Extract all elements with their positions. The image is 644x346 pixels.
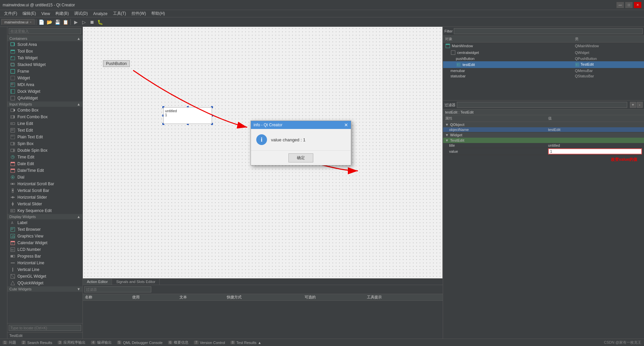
menu-item-view[interactable]: View bbox=[39, 11, 53, 17]
close-button[interactable]: ✕ bbox=[634, 2, 641, 8]
status-item-6[interactable]: 6 概要信息 bbox=[168, 340, 189, 345]
debug-button[interactable]: 🐛 bbox=[96, 18, 104, 26]
locate-input[interactable] bbox=[9, 325, 81, 331]
tab-action-editor[interactable]: Action Editor bbox=[83, 279, 112, 285]
prop-row-value[interactable]: value bbox=[443, 148, 644, 155]
widget-item-vertical-scrollbar[interactable]: Vertical Scroll Bar bbox=[7, 187, 83, 194]
calendar-widget-icon: 12 bbox=[10, 240, 15, 246]
widget-item-dock-widget[interactable]: Dock Widget bbox=[7, 88, 83, 95]
save-button[interactable]: 💾 bbox=[54, 18, 61, 26]
menu-item-t[interactable]: 工具(T) bbox=[110, 10, 129, 17]
test-edit-widget[interactable]: untitled 1 bbox=[163, 107, 212, 124]
widget-item-text-browser[interactable]: Text Browser bbox=[7, 226, 83, 233]
section-expand-icon-testedit: ▼ bbox=[445, 138, 449, 142]
save-all-button[interactable]: 📋 bbox=[62, 18, 69, 26]
menu-item-f[interactable]: 文件(F) bbox=[1, 10, 20, 17]
widget-item-vertical-slider[interactable]: Vertical Slider bbox=[7, 201, 83, 207]
bottom-filter-input[interactable] bbox=[84, 286, 151, 292]
svg-rect-26 bbox=[11, 135, 15, 139]
minimize-button[interactable]: — bbox=[616, 2, 624, 8]
menu-bar: 文件(F)编辑(E)View构建(B)调试(D)Analyze工具(T)控件(W… bbox=[0, 10, 644, 17]
widget-item-dial[interactable]: Dial bbox=[7, 174, 83, 181]
prop-row-objectname[interactable]: objectName testEdit bbox=[443, 127, 644, 132]
menu-item-b[interactable]: 构建(B) bbox=[53, 10, 71, 17]
dialog-confirm-button[interactable]: 确定 bbox=[288, 153, 313, 162]
widget-item-date-edit[interactable]: Date Edit bbox=[7, 160, 83, 167]
widget-item-horizontal-scrollbar[interactable]: Horizontal Scroll Bar bbox=[7, 181, 83, 187]
stop-button[interactable]: ⏹ bbox=[88, 18, 96, 26]
object-filter-input[interactable] bbox=[454, 28, 643, 34]
open-button[interactable]: 📂 bbox=[46, 18, 53, 26]
prop-value-input[interactable] bbox=[548, 148, 642, 154]
widget-item-qaxwidget[interactable]: QAxWidget bbox=[7, 95, 83, 101]
widget-item-text-edit[interactable]: Text Edit bbox=[7, 127, 83, 134]
widget-item-frame[interactable]: Frame bbox=[7, 68, 83, 75]
widget-item-line-edit[interactable]: Line Edit bbox=[7, 120, 83, 127]
widget-item-mdi-area[interactable]: MDI Area bbox=[7, 81, 83, 88]
widget-item-qquickwidget[interactable]: QQuickWidget bbox=[7, 280, 83, 286]
prop-section-testedit[interactable]: ▼ TestEdit bbox=[443, 138, 644, 143]
widget-item-tool-box[interactable]: Tool Box bbox=[7, 48, 83, 55]
widget-item-widget[interactable]: Widget bbox=[7, 75, 83, 81]
widget-item-calendar-widget[interactable]: 12 Calendar Widget bbox=[7, 239, 83, 246]
build-button[interactable]: ▶ bbox=[72, 18, 79, 26]
obj-row-mainwindow[interactable]: MainWindow QMainWindow bbox=[443, 43, 644, 49]
status-item-2[interactable]: 2 Search Results bbox=[21, 341, 52, 345]
prop-section-widget[interactable]: ▼ Widget bbox=[443, 132, 644, 138]
menu-item-analyze[interactable]: Analyze bbox=[91, 11, 110, 17]
obj-row-menubar[interactable]: menubar QMenuBar bbox=[443, 68, 644, 73]
dialog-close-button[interactable]: ✕ bbox=[344, 122, 348, 128]
widget-item-scroll-area[interactable]: Scroll Area bbox=[7, 41, 83, 48]
widget-item-stacked-widget[interactable]: Stacked Widget bbox=[7, 61, 83, 68]
obj-row-statusbar[interactable]: statusbar QStatusBar bbox=[443, 73, 644, 79]
widget-item-opengl-widget[interactable]: OpenGL Widget bbox=[7, 273, 83, 280]
status-item-7[interactable]: 7 Version Control bbox=[194, 341, 225, 345]
obj-row-testedit[interactable]: T testEdit T TestEdit bbox=[443, 61, 644, 68]
status-item-3[interactable]: 3 应用程序输出 bbox=[58, 340, 86, 345]
tab-widget-label: Tab Widget bbox=[17, 56, 38, 60]
widget-filter-input[interactable] bbox=[9, 28, 81, 34]
menu-item-e[interactable]: 编辑(E) bbox=[20, 10, 39, 17]
svg-marker-72 bbox=[11, 281, 15, 285]
status-item-1[interactable]: 1 问题 bbox=[3, 340, 16, 345]
canvas-dotted: PushButton untitled 1 bbox=[83, 27, 442, 278]
widget-item-datetime-edit[interactable]: Date/Time Edit bbox=[7, 167, 83, 174]
widget-item-horizontal-slider[interactable]: Horizontal Slider bbox=[7, 194, 83, 201]
maximize-button[interactable]: □ bbox=[625, 2, 633, 8]
prop-section-qobject[interactable]: ▼ QObject bbox=[443, 122, 644, 127]
remove-property-button[interactable]: - bbox=[637, 102, 643, 108]
widget-item-vertical-line[interactable]: Vertical Line bbox=[7, 266, 83, 273]
widget-item-lcd-number[interactable]: 88 LCD Number bbox=[7, 246, 83, 253]
obj-row-pushbutton[interactable]: pushButton QPushButton bbox=[443, 56, 644, 61]
widget-item-label[interactable]: A Label bbox=[7, 219, 83, 226]
widget-item-progress-bar[interactable]: Progress Bar bbox=[7, 253, 83, 260]
menu-item-d[interactable]: 调试(D) bbox=[71, 10, 91, 17]
property-filter-input[interactable] bbox=[457, 102, 627, 108]
menu-item-h[interactable]: 帮助(H) bbox=[149, 10, 168, 17]
tab-close-icon[interactable]: × bbox=[30, 20, 32, 24]
prop-row-title[interactable]: title untitled bbox=[443, 143, 644, 148]
file-tab[interactable]: mainwindow.ui × bbox=[1, 19, 35, 25]
canvas-area[interactable]: PushButton untitled 1 bbox=[83, 27, 443, 278]
widget-item-combo-box[interactable]: ▾ Combo Box bbox=[7, 107, 83, 114]
widget-item-time-edit[interactable]: Time Edit bbox=[7, 154, 83, 160]
widget-item-double-spin-box[interactable]: Double Spin Box bbox=[7, 147, 83, 154]
status-item-5[interactable]: 5 QML Debugger Console bbox=[117, 341, 163, 345]
widget-item-plain-text-edit[interactable]: Plain Text Edit bbox=[7, 134, 83, 140]
widget-item-graphics-view[interactable]: Graphics View bbox=[7, 233, 83, 239]
status-item-8[interactable]: 8 Test Results ▲ bbox=[230, 341, 261, 345]
widget-item-font-combo-box[interactable]: A Font Combo Box bbox=[7, 114, 83, 120]
obj-row-centralwidget[interactable]: centralwidget QWidget bbox=[443, 49, 644, 56]
menu-item-w[interactable]: 控件(W) bbox=[129, 10, 149, 17]
pushbutton-widget[interactable]: PushButton bbox=[103, 60, 130, 67]
new-file-button[interactable]: 📄 bbox=[38, 18, 45, 26]
widget-item-tab-widget[interactable]: Tab Widget bbox=[7, 55, 83, 61]
widget-item-key-sequence-edit[interactable]: ⌨ Key Sequence Edit bbox=[7, 207, 83, 214]
widget-item-spin-box[interactable]: Spin Box bbox=[7, 140, 83, 147]
run-button[interactable]: ▷ bbox=[80, 18, 88, 26]
svg-rect-42 bbox=[11, 169, 15, 170]
add-property-button[interactable]: + bbox=[630, 102, 636, 108]
widget-item-horizontal-line[interactable]: Horizontal Line bbox=[7, 260, 83, 266]
status-item-4[interactable]: 4 编译输出 bbox=[91, 340, 112, 345]
tab-signals-slots-editor[interactable]: Signals and Slots Editor bbox=[112, 279, 160, 285]
